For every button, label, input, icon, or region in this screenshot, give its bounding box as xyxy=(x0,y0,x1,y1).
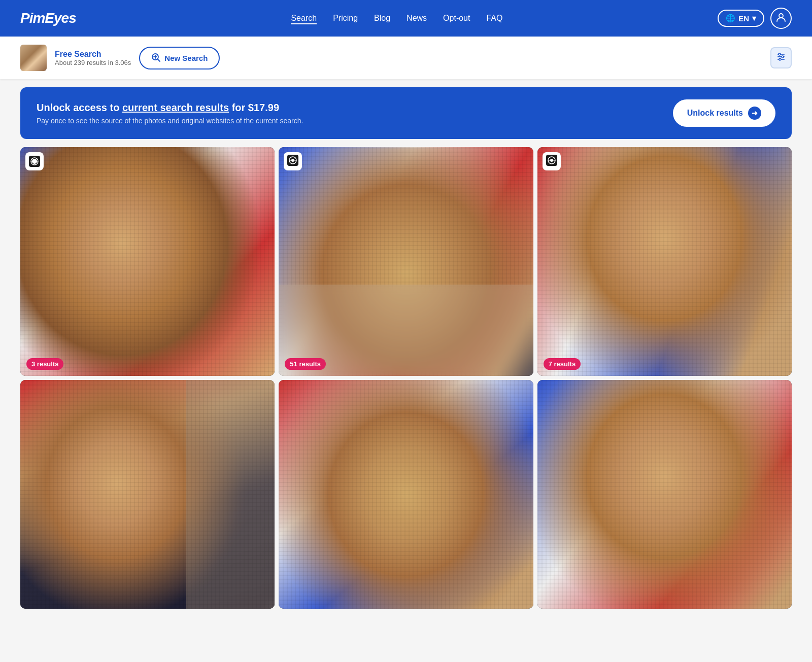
card-1-pimeyes-icon xyxy=(25,152,44,170)
nav-link-search[interactable]: Search xyxy=(291,14,317,24)
search-results-info: About 239 results in 3.06s xyxy=(55,59,131,66)
nav-link-pricing[interactable]: Pricing xyxy=(333,14,358,22)
unlock-banner-text: Unlock access to current search results … xyxy=(37,102,303,125)
search-bar-left: Free Search About 239 results in 3.06s N… xyxy=(20,45,220,71)
nav-right: 🌐 EN ▾ xyxy=(718,8,792,29)
svg-point-8 xyxy=(779,53,781,55)
card-3-pixelate xyxy=(537,147,792,376)
result-card-6[interactable] xyxy=(537,380,792,609)
pimeyes-logo-icon-3 xyxy=(546,155,557,168)
unlock-heading-post: for $17.99 xyxy=(229,102,279,113)
search-bar-area: Free Search About 239 results in 3.06s N… xyxy=(0,37,812,79)
thumbnail-face-preview xyxy=(20,45,47,71)
result-card-4[interactable] xyxy=(20,380,275,609)
card-6-pixelate xyxy=(537,380,792,609)
free-search-label: Free Search xyxy=(55,50,131,59)
pimeyes-logo-icon xyxy=(29,156,40,167)
nav-item-news[interactable]: News xyxy=(407,14,427,23)
nav-item-search[interactable]: Search xyxy=(291,14,317,23)
new-search-label: New Search xyxy=(164,54,208,62)
card-5-pixelate xyxy=(279,380,533,609)
nav-links: Search Pricing Blog News Opt-out FAQ xyxy=(291,14,502,23)
result-card-1[interactable]: 3 results xyxy=(20,147,275,376)
result-badge-3: 7 results xyxy=(544,358,581,370)
svg-line-2 xyxy=(158,59,160,61)
results-grid: 3 results 51 results xyxy=(0,147,812,629)
search-thumbnail xyxy=(20,45,47,71)
globe-icon: 🌐 xyxy=(726,14,735,23)
result-card-3[interactable]: 7 results xyxy=(537,147,792,376)
unlock-results-button[interactable]: Unlock results ➜ xyxy=(673,99,775,127)
navbar: PimEyes Search Pricing Blog News Opt-out… xyxy=(0,0,812,37)
card-3-pimeyes-icon xyxy=(543,152,561,170)
unlock-heading-pre: Unlock access to xyxy=(37,102,122,113)
result-card-5[interactable] xyxy=(279,380,533,609)
nav-item-faq[interactable]: FAQ xyxy=(486,14,502,23)
nav-link-blog[interactable]: Blog xyxy=(374,14,390,22)
filter-button[interactable] xyxy=(770,47,792,68)
result-card-2[interactable]: 51 results xyxy=(279,147,533,376)
nav-link-faq[interactable]: FAQ xyxy=(486,14,502,22)
card-2-pimeyes-icon xyxy=(284,152,302,170)
unlock-results-label: Unlock results xyxy=(687,109,743,118)
svg-point-10 xyxy=(779,58,781,60)
chevron-down-icon: ▾ xyxy=(752,14,756,23)
result-badge-1: 3 results xyxy=(26,358,63,370)
svg-point-9 xyxy=(782,56,784,58)
card-4-pixelate xyxy=(20,380,275,609)
logo[interactable]: PimEyes xyxy=(20,10,76,26)
user-icon xyxy=(776,12,786,25)
user-account-button[interactable] xyxy=(770,8,792,29)
pimeyes-logo-icon-2 xyxy=(287,155,298,168)
svg-point-12 xyxy=(31,158,38,165)
filter-icon xyxy=(776,52,786,63)
language-button[interactable]: 🌐 EN ▾ xyxy=(718,10,764,27)
unlock-heading-link: current search results xyxy=(122,102,229,113)
nav-item-optout[interactable]: Opt-out xyxy=(443,14,470,23)
nav-item-pricing[interactable]: Pricing xyxy=(333,14,358,23)
nav-item-blog[interactable]: Blog xyxy=(374,14,390,23)
search-info: Free Search About 239 results in 3.06s xyxy=(55,50,131,66)
new-search-button[interactable]: New Search xyxy=(139,47,220,69)
lang-label: EN xyxy=(738,14,749,23)
card-1-pixelate xyxy=(20,147,275,376)
result-badge-2: 51 results xyxy=(285,358,326,370)
nav-link-news[interactable]: News xyxy=(407,14,427,22)
nav-link-optout[interactable]: Opt-out xyxy=(443,14,470,22)
unlock-banner-heading: Unlock access to current search results … xyxy=(37,102,303,114)
svg-point-0 xyxy=(779,14,783,18)
unlock-banner: Unlock access to current search results … xyxy=(20,87,792,139)
arrow-right-icon: ➜ xyxy=(748,107,761,120)
search-plus-icon xyxy=(151,53,160,63)
unlock-banner-subtext: Pay once to see the source of the photos… xyxy=(37,117,303,125)
svg-point-13 xyxy=(33,160,36,163)
